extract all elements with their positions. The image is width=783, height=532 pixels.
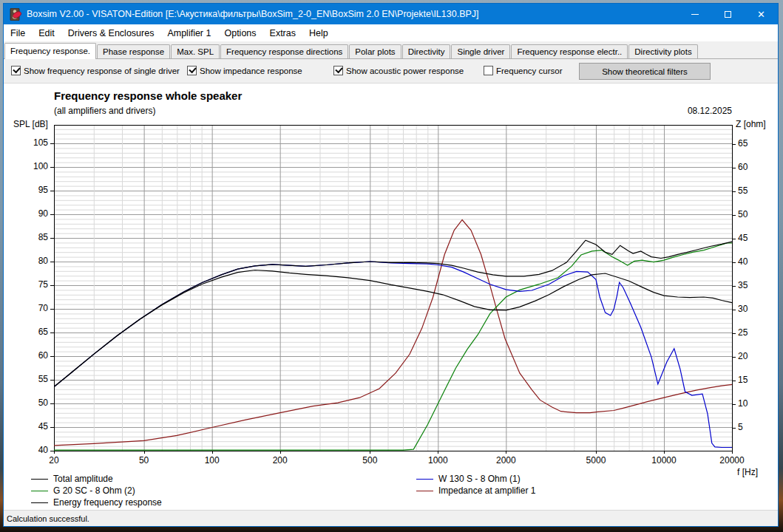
menu-item-edit[interactable]: Edit <box>32 24 61 41</box>
y-left-tickmark <box>50 191 54 191</box>
tab-polar-plots[interactable]: Polar plots <box>349 44 401 58</box>
legend-label: Total amplitude <box>53 474 113 484</box>
menu-item-file[interactable]: File <box>4 24 32 41</box>
y-right-tick-55: 55 <box>738 185 767 196</box>
tab-directivity[interactable]: Directivity <box>402 44 451 58</box>
y-left-tick-65: 65 <box>18 327 48 337</box>
y-right-tick-15: 15 <box>738 375 767 385</box>
y-right-tickmark <box>732 286 736 287</box>
y-right-tick-65: 65 <box>738 138 767 149</box>
y-left-tickmark <box>50 143 54 144</box>
y-right-tick-30: 30 <box>738 304 767 314</box>
y-left-tick-55: 55 <box>18 374 48 384</box>
y-left-tickmark <box>50 238 54 239</box>
checkbox-group-2[interactable]: Show impedance response <box>187 66 302 75</box>
close-button[interactable]: ✕ <box>745 4 778 24</box>
y-left-tick-70: 70 <box>18 303 48 313</box>
x-tickmark <box>212 451 213 454</box>
tab-directivity-plots[interactable]: Directivity plots <box>628 44 697 58</box>
checkbox-3[interactable] <box>333 66 343 75</box>
legend-label: Energy frequency response <box>53 497 162 508</box>
y-left-tick-45: 45 <box>18 421 48 432</box>
x-tickmark <box>54 451 55 454</box>
y-right-tick-40: 40 <box>738 256 767 267</box>
maximize-icon <box>725 11 731 18</box>
chart-subtitle: (all amplifiers and drivers) <box>54 106 155 116</box>
y-left-tickmark <box>50 427 54 428</box>
y-right-tick-45: 45 <box>738 233 767 243</box>
y-right-tick-20: 20 <box>738 351 767 361</box>
curve-g-20-sc-8-ohm-2- <box>54 243 732 450</box>
desktop-background: Boxsim V2.00 - VISATON-Edition [E:\Акуст… <box>0 0 783 532</box>
legend-color-line <box>31 502 48 503</box>
menu-item-drivers-enclosures[interactable]: Drivers & Enclosures <box>61 24 161 41</box>
y-right-tickmark <box>732 310 736 310</box>
boxsim-window: Boxsim V2.00 - VISATON-Edition [E:\Акуст… <box>3 3 779 527</box>
y-left-tick-95: 95 <box>18 185 48 195</box>
x-tickmark <box>732 451 733 454</box>
y-left-tickmark <box>50 332 54 333</box>
legend-item-g-20-sc-8-ohm-2-: G 20 SC - 8 Ohm (2) <box>31 485 135 497</box>
checkbox-label-3: Show acoustic power response <box>346 66 464 75</box>
menu-item-options[interactable]: Options <box>217 24 262 41</box>
menu-bar: FileEditDrivers & EnclosuresAmplifier 1O… <box>4 24 778 42</box>
y-left-tick-50: 50 <box>18 398 48 408</box>
x-tick-500: 500 <box>348 455 392 466</box>
x-tick-1000: 1000 <box>416 455 460 466</box>
tab-single-driver[interactable]: Single driver <box>451 44 510 58</box>
x-tickmark <box>506 451 506 454</box>
y-left-tickmark <box>50 309 54 310</box>
x-tick-20: 20 <box>32 455 76 466</box>
tab-frequency-response-directions[interactable]: Frequency response directions <box>220 44 348 58</box>
tab-max-spl[interactable]: Max. SPL <box>171 44 220 58</box>
tab-frequency-response-[interactable]: Frequency response. <box>4 43 96 59</box>
tab-frequency-response-electr-[interactable]: Frequency response electr.. <box>511 44 628 58</box>
y-right-tickmark <box>732 381 736 381</box>
y-right-tickmark <box>732 239 736 239</box>
checkbox-1[interactable] <box>11 66 21 75</box>
checkbox-group-1[interactable]: Show frequency response of single driver <box>11 66 180 75</box>
legend-color-line <box>416 479 433 480</box>
boxsim-app-icon <box>10 8 22 21</box>
window-title: Boxsim V2.00 - VISATON-Edition [E:\Акуст… <box>27 9 678 19</box>
menu-item-help[interactable]: Help <box>302 24 335 41</box>
legend-item-w-130-s-8-ohm-1-: W 130 S - 8 Ohm (1) <box>416 473 521 485</box>
y-right-tickmark <box>732 357 736 358</box>
checkbox-4[interactable] <box>484 66 493 75</box>
y-left-tickmark <box>50 262 54 262</box>
x-tick-10000: 10000 <box>642 455 686 466</box>
y-right-tickmark <box>732 404 736 405</box>
checkbox-label-1: Show frequency response of single driver <box>24 66 180 75</box>
y-left-tick-105: 105 <box>18 137 48 148</box>
menu-item-extras[interactable]: Extras <box>263 24 302 41</box>
legend-item-total-amplitude: Total amplitude <box>31 473 113 485</box>
y-right-tickmark <box>732 333 736 334</box>
show-theoretical-filters-button[interactable]: Show theoretical filters <box>579 63 711 80</box>
y-left-tickmark <box>50 403 54 404</box>
y-left-tick-75: 75 <box>18 279 48 290</box>
legend-label: W 130 S - 8 Ohm (1) <box>438 474 521 484</box>
checkbox-group-4[interactable]: Frequency cursor <box>484 66 562 75</box>
legend-color-line <box>31 479 48 480</box>
chart-panel: Frequency response whole speaker (all am… <box>4 83 778 510</box>
legend-label: Impedance at amplifier 1 <box>438 485 535 496</box>
checkbox-2[interactable] <box>187 66 197 75</box>
x-axis-label: f [Hz] <box>701 467 758 477</box>
x-tick-5000: 5000 <box>574 455 618 466</box>
y-left-tick-90: 90 <box>18 208 48 219</box>
checkbox-group-3[interactable]: Show acoustic power response <box>333 66 464 75</box>
minimize-icon <box>691 14 699 15</box>
x-tickmark <box>438 451 438 454</box>
minimize-button[interactable] <box>678 4 711 24</box>
title-bar[interactable]: Boxsim V2.00 - VISATON-Edition [E:\Акуст… <box>4 4 778 24</box>
menu-item-amplifier-1[interactable]: Amplifier 1 <box>160 24 217 41</box>
y-left-tickmark <box>50 380 54 381</box>
legend-color-line <box>31 491 48 491</box>
maximize-button[interactable] <box>711 4 745 24</box>
x-tickmark <box>370 451 370 454</box>
y-right-tick-25: 25 <box>738 327 767 338</box>
x-tickmark <box>664 451 665 454</box>
chart-date: 08.12.2025 <box>584 106 732 116</box>
tab-phase-response[interactable]: Phase response <box>97 44 170 58</box>
y-right-tick-10: 10 <box>738 398 767 409</box>
